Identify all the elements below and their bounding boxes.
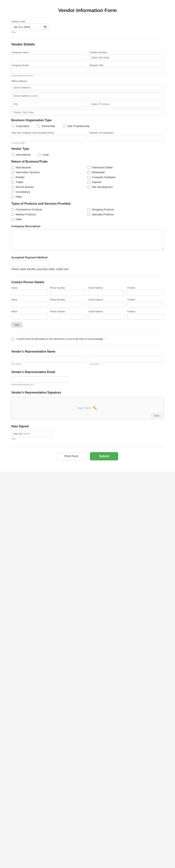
contact-position-2[interactable] — [127, 302, 164, 308]
contact-persons-title: Contact Person Details — [11, 281, 164, 284]
company-name-label: Company name — [11, 51, 86, 54]
rep-first-name-hint: First Name — [11, 363, 86, 365]
year-founded-input[interactable] — [11, 135, 86, 141]
cb-convenience-products[interactable]: Convenience Products — [11, 208, 88, 211]
org-partnership[interactable]: Partnership — [37, 125, 55, 128]
street-address-1-input[interactable] — [11, 84, 164, 91]
contact-name-2[interactable] — [11, 302, 48, 308]
contact-position-header-3: Position — [127, 310, 164, 313]
street-address-2-input[interactable] — [11, 93, 164, 99]
date-signed-title: Date Signed — [11, 425, 164, 428]
vendor-local[interactable]: Local — [38, 153, 49, 156]
website-url-input[interactable] — [89, 67, 164, 74]
cb-other-products[interactable]: Other — [11, 218, 88, 221]
rep-signature-title: Vendor's Representative Signature — [11, 391, 164, 394]
vendor-details-title: Vendor Details — [11, 42, 164, 48]
num-employees-label: Number of Employees — [89, 131, 164, 134]
contact-name-1[interactable] — [11, 290, 48, 296]
cb-importer[interactable]: Importer — [88, 181, 164, 184]
cb-other-business[interactable]: Other — [11, 195, 88, 198]
page-title: Vendor Information Form — [11, 7, 164, 13]
office-address-label: Office Address — [11, 80, 164, 83]
contact-email-header-2: Email Address — [89, 299, 125, 301]
contact-position-3[interactable] — [127, 314, 164, 319]
contact-email-1[interactable] — [89, 290, 125, 296]
contact-name-header-3: Name — [11, 310, 48, 313]
pen-icon: ✏️ — [93, 406, 97, 410]
company-name-input[interactable] — [11, 55, 86, 61]
confirmation-checkbox[interactable] — [11, 338, 14, 341]
cb-computer-hardware[interactable]: Computer Hardware — [88, 176, 164, 179]
cb-consultancy[interactable]: Consultancy — [11, 190, 88, 193]
contact-phone-header-3: Phone Number — [50, 310, 87, 313]
rep-name-title: Vendor's Representative Name — [11, 350, 164, 353]
date-signed-input[interactable] — [11, 431, 53, 437]
cb-retailer[interactable]: Retailer — [11, 176, 88, 179]
contact-email-header-3: Email Address — [89, 310, 125, 313]
rep-last-name-input[interactable] — [89, 356, 164, 362]
products-services-label: Types of Products and Services Provided — [11, 202, 164, 206]
contact-phone-header-1: Phone Number — [50, 286, 87, 289]
rep-email-title: Vendor's Representative Email — [11, 370, 164, 374]
company-email-input[interactable] — [11, 67, 86, 74]
contact-number-input[interactable] — [89, 55, 164, 61]
contact-position-header-2: Position — [127, 299, 164, 301]
org-sole-proprietorship[interactable]: Sole Proprietorship — [63, 125, 90, 128]
rep-email-input[interactable] — [11, 376, 68, 383]
payment-method-label: Accepted Payment Method — [11, 256, 164, 259]
org-corporation[interactable]: Corporation — [11, 125, 30, 128]
submit-button[interactable]: Submit — [90, 452, 118, 460]
cb-wholesaler[interactable]: Wholesaler — [88, 171, 164, 174]
contact-email-header-1: Email Address — [89, 286, 125, 289]
contact-name-3[interactable] — [11, 314, 48, 319]
cb-site-development[interactable]: Site Development — [88, 185, 164, 188]
print-form-button[interactable]: Print Form — [57, 452, 86, 460]
date-signed-hint: Date — [11, 438, 53, 440]
payment-method-input[interactable] — [11, 260, 49, 267]
year-founded-label: Year the Company was founded (since) — [11, 131, 86, 134]
cb-trader[interactable]: Trader — [11, 181, 88, 184]
company-description-textarea[interactable] — [11, 229, 164, 250]
cb-authorized-dealer[interactable]: Authorized Dealer — [88, 166, 164, 169]
contact-position-1[interactable] — [127, 290, 164, 296]
contact-phone-3[interactable] — [50, 314, 87, 319]
payment-method-hint: Check, bank transfer, purchase order, cr… — [11, 268, 164, 271]
contact-email-2[interactable] — [89, 302, 125, 308]
nature-business-label: Nature of Business/Trade — [11, 160, 164, 163]
date-hint: Date — [11, 31, 164, 33]
contact-email-3[interactable] — [89, 314, 125, 319]
company-email-label: Company Email — [11, 64, 86, 67]
cb-shopping-products[interactable]: Shopping Products — [88, 208, 164, 211]
vendor-international[interactable]: International — [11, 153, 30, 156]
contact-phone-header-2: Phone Number — [50, 299, 87, 301]
company-email-hint: example@example.com — [11, 74, 86, 77]
contact-number-label: Contact Number — [89, 51, 164, 54]
contact-phone-1[interactable] — [50, 290, 87, 296]
sign-here-text: Sign Here ✏️ — [78, 406, 97, 410]
add-contact-button[interactable]: Add — [11, 322, 22, 328]
contact-position-header-1: Position — [127, 286, 164, 289]
rep-first-name-input[interactable] — [11, 356, 86, 362]
contact-phone-2[interactable] — [50, 302, 87, 308]
cb-medical-products[interactable]: Medical Products — [11, 213, 88, 216]
rep-email-hint: example@example.com — [11, 383, 68, 385]
city-input[interactable] — [11, 101, 86, 107]
company-description-label: Company Description — [11, 224, 164, 228]
vendor-type-label: Vendor Type — [11, 147, 164, 151]
postal-input[interactable] — [11, 109, 164, 116]
num-employees-input[interactable] — [89, 135, 164, 141]
cb-information-services[interactable]: Information Services — [11, 171, 88, 174]
signature-clear-button[interactable]: Clear — [151, 413, 162, 418]
cb-service-bureau[interactable]: Service Bureau — [11, 185, 88, 188]
business-org-label: Business Organization Type — [11, 119, 164, 122]
signature-canvas[interactable]: Sign Here ✏️ Clear — [11, 397, 164, 420]
confirmation-text: I confirm that all information in this d… — [16, 338, 106, 340]
cb-manufacturer[interactable]: Manufacturer — [11, 166, 88, 169]
todays-date-input[interactable] — [11, 24, 49, 30]
contact-name-header-2: Name — [11, 299, 48, 301]
cb-specialty-products[interactable]: Specialty Products — [88, 213, 164, 216]
year-founded-hint: e.g since 2005 — [11, 142, 86, 144]
state-input[interactable] — [89, 101, 164, 107]
rep-last-name-hint: Last Name — [89, 363, 164, 365]
website-url-label: Website URL — [89, 64, 164, 67]
